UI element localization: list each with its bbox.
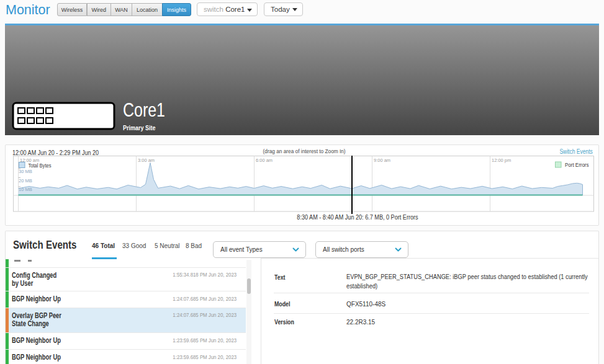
svg-text:10 MB: 10 MB (19, 187, 32, 192)
svg-text:3:00 am: 3:00 am (138, 158, 155, 163)
svg-text:9:00 am: 9:00 am (374, 158, 390, 163)
svg-text:20 MB: 20 MB (19, 177, 32, 183)
svg-text:Total Bytes: Total Bytes (28, 162, 51, 169)
svg-text:30 MB: 30 MB (19, 169, 32, 174)
svg-text:Port Errors: Port Errors (565, 162, 589, 168)
svg-text:12:00 pm: 12:00 pm (492, 158, 511, 163)
svg-text:6:00 am: 6:00 am (256, 158, 273, 163)
